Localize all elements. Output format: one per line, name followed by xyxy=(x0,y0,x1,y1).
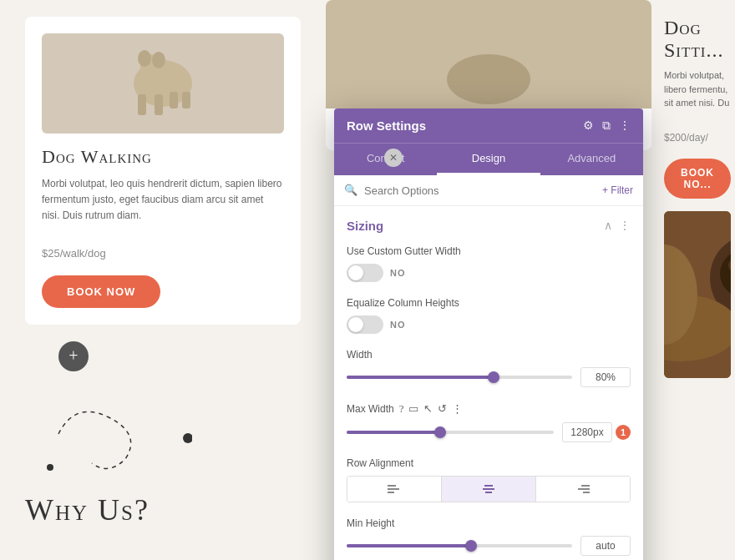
svg-point-2 xyxy=(138,50,151,67)
custom-gutter-setting: Use Custom Gutter Width NO xyxy=(347,245,631,282)
max-width-slider-fill xyxy=(347,431,440,434)
panel-header-icons: ⚙ ⧉ ⋮ xyxy=(583,119,631,133)
panel-body: 🔍 + Filter Sizing ∧ ⋮ Use Custom Gutter … xyxy=(334,175,643,560)
align-center-button[interactable] xyxy=(442,477,536,502)
max-width-help-icon[interactable]: ? xyxy=(399,402,404,416)
svg-rect-4 xyxy=(138,94,146,115)
why-us-heading: Why Us? xyxy=(25,492,301,527)
max-width-value-box[interactable]: 1280px xyxy=(562,422,612,442)
more-icon[interactable]: ⋮ xyxy=(619,119,631,133)
max-width-badge: 1 xyxy=(616,425,631,440)
equalize-heights-toggle[interactable] xyxy=(347,315,383,334)
min-height-slider-row: auto xyxy=(347,536,631,556)
svg-rect-6 xyxy=(170,92,178,108)
tab-content[interactable]: Content xyxy=(334,144,437,175)
max-width-cursor-icon[interactable]: ↖ xyxy=(423,402,433,416)
custom-gutter-toggle-row: NO xyxy=(347,264,631,282)
equalize-heights-label: Equalize Column Heights xyxy=(347,297,631,309)
collapse-icon[interactable]: ∧ xyxy=(604,219,612,233)
sizing-section-header: Sizing ∧ ⋮ xyxy=(347,219,631,233)
svg-rect-7 xyxy=(182,92,190,108)
stone-decoration xyxy=(447,54,530,104)
alignment-buttons xyxy=(347,476,631,502)
min-height-slider-thumb[interactable] xyxy=(465,540,477,552)
filter-button[interactable]: + Filter xyxy=(602,184,633,196)
settings-icon[interactable]: ⚙ xyxy=(583,119,594,133)
min-height-setting: Min Height auto xyxy=(347,517,631,556)
width-slider-row: 80% xyxy=(347,367,631,387)
svg-rect-20 xyxy=(484,485,493,487)
toggle-knob-2 xyxy=(348,317,363,332)
min-height-label: Min Height xyxy=(347,517,631,529)
max-width-label: Max Width xyxy=(347,403,394,415)
panel-header: Row Settings ⚙ ⧉ ⋮ xyxy=(334,108,643,143)
dog-walking-description: Morbi volutpat, leo quis hendrerit dictu… xyxy=(42,176,284,225)
panel-tabs: Content Design Advanced xyxy=(334,143,643,175)
svg-rect-23 xyxy=(581,485,590,487)
decorative-swirl xyxy=(42,384,192,484)
svg-rect-24 xyxy=(578,488,590,490)
custom-gutter-toggle-label: NO xyxy=(390,268,406,278)
align-left-button[interactable] xyxy=(347,477,442,502)
sizing-section: Sizing ∧ ⋮ Use Custom Gutter Width NO xyxy=(334,206,643,560)
tab-advanced[interactable]: Advanced xyxy=(540,144,643,175)
dog-park-image xyxy=(326,0,651,108)
width-value-box[interactable]: 80% xyxy=(580,367,631,387)
search-filter-row: 🔍 + Filter xyxy=(334,175,643,206)
dog-eye-image xyxy=(664,211,731,378)
dog-sitting-title: Dog Sitti... xyxy=(664,17,731,62)
svg-point-3 xyxy=(152,52,165,68)
custom-gutter-label: Use Custom Gutter Width xyxy=(347,245,631,257)
panel-title: Row Settings xyxy=(347,119,426,133)
width-setting: Width 80% xyxy=(347,349,631,387)
width-slider-thumb[interactable] xyxy=(488,371,499,383)
tab-design[interactable]: Design xyxy=(437,144,540,175)
align-right-button[interactable] xyxy=(536,477,630,502)
dog-walking-image xyxy=(42,33,284,134)
dog-sitting-price: $200/day/ xyxy=(664,123,731,146)
toggle-knob xyxy=(348,265,363,280)
dog-sitting-book-button[interactable]: Book No... xyxy=(664,159,731,199)
dog-sitting-description: Morbi volutpat, libero fermentu, sit ame… xyxy=(664,68,731,110)
svg-point-8 xyxy=(183,433,192,443)
equalize-heights-toggle-label: NO xyxy=(390,320,406,330)
svg-rect-21 xyxy=(483,488,494,490)
max-width-slider-thumb[interactable] xyxy=(434,426,446,438)
align-right-icon xyxy=(575,483,591,495)
min-height-slider-track[interactable] xyxy=(347,544,572,547)
copy-icon[interactable]: ⧉ xyxy=(602,119,611,133)
min-height-value-box[interactable]: auto xyxy=(580,536,631,556)
svg-point-9 xyxy=(47,464,53,471)
min-height-slider-fill xyxy=(347,544,471,547)
svg-rect-5 xyxy=(155,94,163,115)
row-alignment-setting: Row Alignment xyxy=(347,457,631,502)
search-options-input[interactable] xyxy=(364,184,596,197)
max-width-reset-icon[interactable]: ↺ xyxy=(438,402,447,416)
svg-rect-17 xyxy=(388,485,396,487)
section-more-icon[interactable]: ⋮ xyxy=(619,219,631,233)
dog-walking-card: Dog Walking Morbi volutpat, leo quis hen… xyxy=(25,17,301,325)
dog-walking-price: $25/walk/dog xyxy=(42,237,284,263)
row-settings-panel: Row Settings ⚙ ⧉ ⋮ Content Design Advanc… xyxy=(334,108,643,560)
width-label: Width xyxy=(347,349,631,361)
align-left-icon xyxy=(387,483,402,495)
price-unit: /walk/dog xyxy=(60,247,106,260)
search-icon: 🔍 xyxy=(344,184,357,197)
add-item-button[interactable]: + xyxy=(58,341,89,371)
svg-rect-18 xyxy=(388,488,399,490)
align-center-icon xyxy=(481,483,496,495)
dog-sitting-price-unit: /day/ xyxy=(687,132,708,144)
max-width-setting: Max Width ? ▭ ↖ ↺ ⋮ 1280px xyxy=(347,402,631,442)
max-width-more-icon[interactable]: ⋮ xyxy=(452,402,463,416)
dog-walking-book-button[interactable]: Book Now xyxy=(42,275,160,308)
svg-rect-25 xyxy=(583,492,590,493)
custom-gutter-toggle[interactable] xyxy=(347,264,383,282)
max-width-desktop-icon[interactable]: ▭ xyxy=(408,402,418,416)
max-width-slider-track[interactable] xyxy=(347,431,554,434)
width-slider-track[interactable] xyxy=(347,376,572,379)
svg-rect-19 xyxy=(388,492,394,493)
equalize-heights-toggle-row: NO xyxy=(347,315,631,334)
equalize-heights-setting: Equalize Column Heights NO xyxy=(347,297,631,334)
max-width-slider-row: 1280px 1 xyxy=(347,422,631,442)
dog-walking-title: Dog Walking xyxy=(42,146,284,168)
